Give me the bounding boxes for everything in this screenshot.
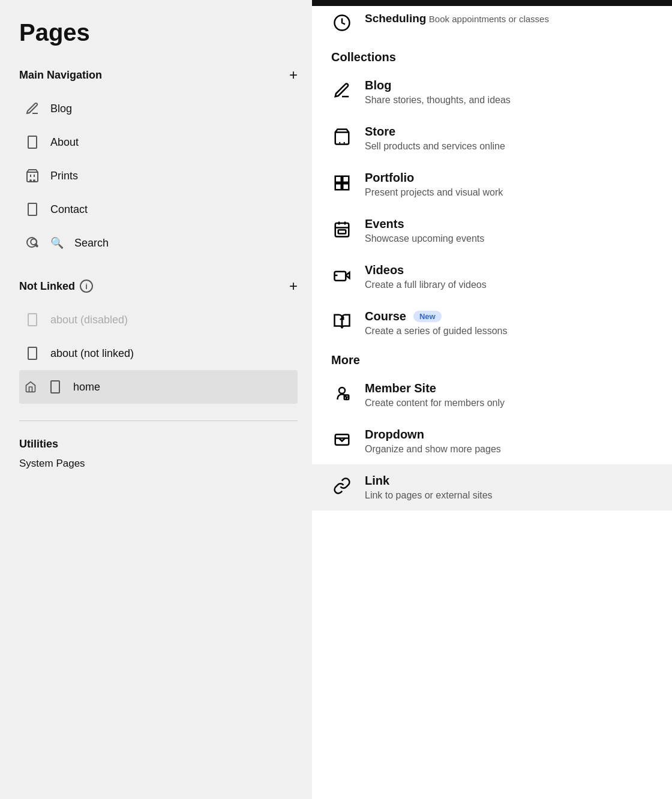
course-new-badge: New: [413, 311, 442, 322]
home-icon: [24, 380, 37, 394]
link-search-icon: [24, 235, 41, 251]
not-linked-left: Not Linked i: [19, 280, 93, 293]
not-linked-title: Not Linked: [19, 280, 75, 293]
menu-item-portfolio[interactable]: Portfolio Present projects and visual wo…: [312, 161, 672, 208]
store-title: Store: [365, 125, 395, 139]
svg-point-25: [339, 388, 345, 394]
main-nav-header: Main Navigation +: [19, 68, 298, 82]
menu-item-videos[interactable]: Videos Create a full library of videos: [312, 254, 672, 300]
nav-item-home[interactable]: home: [19, 370, 298, 404]
portfolio-title-row: Portfolio: [365, 171, 503, 185]
store-icon: [331, 126, 353, 148]
edit-icon: [24, 100, 41, 117]
blog-title: Blog: [365, 79, 391, 92]
page-icon-home: [47, 379, 64, 395]
menu-item-course[interactable]: Course New Create a series of guided les…: [312, 300, 672, 346]
nav-item-about-label: About: [50, 136, 79, 149]
store-title-row: Store: [365, 125, 505, 139]
menu-item-store[interactable]: Store Sell products and services online: [312, 115, 672, 161]
member-site-desc: Create content for members only: [365, 398, 505, 408]
nav-item-search[interactable]: 🔍 Search: [19, 226, 298, 260]
dropdown-desc: Organize and show more pages: [365, 444, 501, 455]
nav-item-about-not-linked[interactable]: about (not linked): [19, 337, 298, 370]
page-icon-disabled: [24, 311, 41, 328]
course-desc: Create a series of guided lessons: [365, 326, 507, 337]
svg-rect-4: [28, 203, 37, 215]
nav-item-about-disabled[interactable]: about (disabled): [19, 303, 298, 337]
utilities-title: Utilities: [19, 438, 58, 450]
menu-item-member-site[interactable]: Member Site Create content for members o…: [312, 372, 672, 418]
nav-item-about[interactable]: About: [19, 125, 298, 159]
scheduling-icon: [331, 12, 353, 34]
svg-point-2: [30, 180, 31, 181]
svg-point-3: [34, 180, 35, 181]
main-nav-add-button[interactable]: +: [289, 68, 298, 82]
left-panel: Pages Main Navigation + Blog About: [0, 0, 312, 799]
not-linked-add-button[interactable]: +: [289, 279, 298, 293]
divider: [19, 420, 298, 421]
videos-title: Videos: [365, 263, 404, 277]
scheduling-desc: Book appointments or classes: [429, 14, 549, 24]
dropdown-text: Dropdown Organize and show more pages: [365, 428, 501, 455]
nav-item-about-not-linked-label: about (not linked): [50, 347, 134, 360]
scheduling-text: Scheduling Book appointments or classes: [365, 12, 549, 25]
more-label: More: [312, 346, 672, 372]
nav-item-about-disabled-label: about (disabled): [50, 314, 128, 326]
svg-point-11: [339, 142, 341, 144]
dropdown-title: Dropdown: [365, 428, 424, 441]
svg-rect-27: [335, 434, 349, 445]
videos-text: Videos Create a full library of videos: [365, 263, 487, 290]
nav-item-prints-label: Prints: [50, 170, 78, 182]
nav-item-blog[interactable]: Blog: [19, 92, 298, 125]
page-icon-not-linked: [24, 345, 41, 362]
info-icon[interactable]: i: [80, 280, 93, 293]
svg-point-12: [344, 142, 346, 144]
page-icon-contact: [24, 201, 41, 218]
portfolio-desc: Present projects and visual work: [365, 187, 503, 198]
main-nav-title: Main Navigation: [19, 69, 102, 82]
nav-item-contact-label: Contact: [50, 203, 88, 216]
svg-rect-14: [343, 176, 349, 182]
nav-item-search-label: Search: [74, 237, 109, 250]
link-text: Link Link to pages or external sites: [365, 474, 493, 501]
page-icon: [24, 134, 41, 151]
scheduling-title: Scheduling: [365, 12, 426, 25]
portfolio-text: Portfolio Present projects and visual wo…: [365, 171, 503, 198]
videos-desc: Create a full library of videos: [365, 280, 487, 290]
svg-rect-13: [335, 176, 341, 182]
collections-label: Collections: [312, 43, 672, 69]
member-icon: [331, 383, 353, 404]
page-title: Pages: [19, 19, 298, 46]
svg-rect-15: [335, 184, 341, 190]
system-pages-label[interactable]: System Pages: [19, 458, 85, 469]
menu-item-scheduling[interactable]: Scheduling Book appointments or classes: [312, 6, 672, 43]
menu-item-events[interactable]: Events Showcase upcoming events: [312, 208, 672, 254]
member-site-text: Member Site Create content for members o…: [365, 382, 505, 408]
nav-item-prints[interactable]: Prints: [19, 159, 298, 193]
utilities-section: Utilities System Pages: [19, 438, 298, 470]
nav-item-home-label: home: [73, 381, 100, 394]
blog-icon: [331, 80, 353, 101]
events-text: Events Showcase upcoming events: [365, 217, 484, 244]
member-site-title-row: Member Site: [365, 382, 505, 395]
blog-title-row: Blog: [365, 79, 511, 92]
search-emoji-icon: 🔍: [50, 236, 64, 250]
not-linked-header: Not Linked i +: [19, 279, 298, 293]
course-text: Course New Create a series of guided les…: [365, 310, 507, 337]
videos-icon: [331, 265, 353, 286]
svg-rect-21: [338, 230, 346, 233]
top-bar: [312, 0, 672, 6]
menu-item-dropdown[interactable]: Dropdown Organize and show more pages: [312, 418, 672, 464]
member-site-title: Member Site: [365, 382, 436, 395]
link-icon: [331, 475, 353, 497]
svg-rect-16: [343, 184, 349, 190]
menu-item-link[interactable]: Link Link to pages or external sites: [312, 464, 672, 510]
videos-title-row: Videos: [365, 263, 487, 277]
nav-item-contact[interactable]: Contact: [19, 193, 298, 226]
portfolio-title: Portfolio: [365, 171, 414, 185]
events-desc: Showcase upcoming events: [365, 233, 484, 244]
blog-text: Blog Share stories, thoughts, and ideas: [365, 79, 511, 106]
link-desc: Link to pages or external sites: [365, 490, 493, 501]
menu-item-blog[interactable]: Blog Share stories, thoughts, and ideas: [312, 69, 672, 115]
cart-icon: [24, 167, 41, 184]
